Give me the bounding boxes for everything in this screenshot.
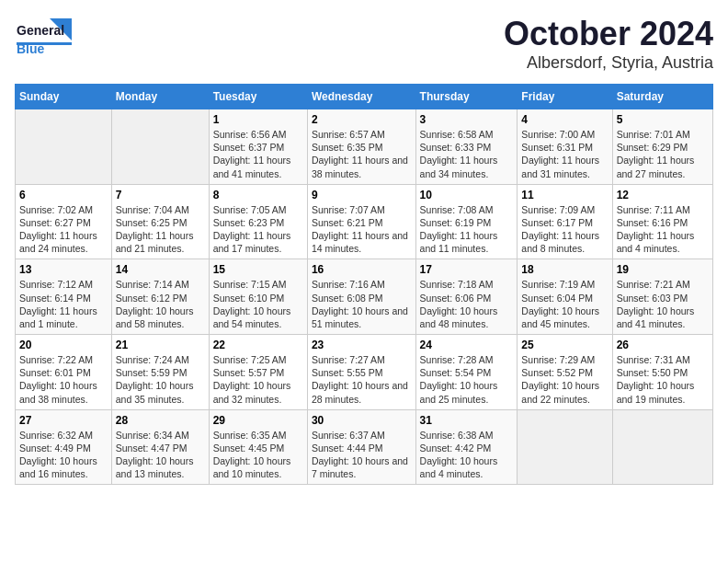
calendar-cell: 15Sunrise: 7:15 AMSunset: 6:10 PMDayligh… bbox=[209, 259, 307, 335]
page-header: General Blue October 2024 Albersdorf, St… bbox=[15, 15, 713, 73]
day-number: 6 bbox=[19, 189, 108, 201]
calendar-cell: 19Sunrise: 7:21 AMSunset: 6:03 PMDayligh… bbox=[612, 259, 712, 335]
day-number: 5 bbox=[617, 113, 709, 126]
calendar-cell: 14Sunrise: 7:14 AMSunset: 6:12 PMDayligh… bbox=[111, 259, 209, 335]
calendar-cell: 12Sunrise: 7:11 AMSunset: 6:16 PMDayligh… bbox=[612, 184, 712, 259]
day-number: 18 bbox=[521, 263, 608, 276]
calendar-cell: 4Sunrise: 7:00 AMSunset: 6:31 PMDaylight… bbox=[518, 109, 612, 185]
day-info: Sunrise: 7:16 AMSunset: 6:08 PMDaylight:… bbox=[312, 278, 412, 330]
calendar-cell bbox=[16, 109, 112, 185]
calendar-cell: 16Sunrise: 7:16 AMSunset: 6:08 PMDayligh… bbox=[307, 259, 415, 335]
weekday-row: SundayMondayTuesdayWednesdayThursdayFrid… bbox=[16, 85, 713, 109]
day-info: Sunrise: 6:56 AMSunset: 6:37 PMDaylight:… bbox=[213, 128, 303, 180]
calendar-cell: 9Sunrise: 7:07 AMSunset: 6:21 PMDaylight… bbox=[307, 184, 415, 259]
weekday-header: Saturday bbox=[612, 85, 712, 109]
calendar-cell: 21Sunrise: 7:24 AMSunset: 5:59 PMDayligh… bbox=[111, 335, 209, 410]
calendar-body: 1Sunrise: 6:56 AMSunset: 6:37 PMDaylight… bbox=[16, 109, 713, 485]
day-info: Sunrise: 6:35 AMSunset: 4:45 PMDaylight:… bbox=[213, 429, 303, 481]
day-info: Sunrise: 7:27 AMSunset: 5:55 PMDaylight:… bbox=[312, 353, 412, 406]
day-info: Sunrise: 6:32 AMSunset: 4:49 PMDaylight:… bbox=[19, 429, 108, 481]
calendar-week-row: 13Sunrise: 7:12 AMSunset: 6:14 PMDayligh… bbox=[16, 259, 713, 335]
day-number: 3 bbox=[420, 113, 514, 126]
calendar-header: SundayMondayTuesdayWednesdayThursdayFrid… bbox=[16, 85, 713, 109]
calendar-cell: 11Sunrise: 7:09 AMSunset: 6:17 PMDayligh… bbox=[518, 184, 612, 259]
weekday-header: Tuesday bbox=[209, 85, 307, 109]
day-number: 30 bbox=[312, 414, 412, 427]
day-info: Sunrise: 7:12 AMSunset: 6:14 PMDaylight:… bbox=[19, 278, 108, 330]
day-info: Sunrise: 7:28 AMSunset: 5:54 PMDaylight:… bbox=[420, 353, 514, 406]
day-number: 13 bbox=[19, 263, 108, 276]
page-title: October 2024 bbox=[504, 15, 713, 53]
calendar-week-row: 6Sunrise: 7:02 AMSunset: 6:27 PMDaylight… bbox=[16, 184, 713, 259]
day-number: 16 bbox=[312, 263, 412, 276]
calendar-cell: 25Sunrise: 7:29 AMSunset: 5:52 PMDayligh… bbox=[518, 335, 612, 410]
day-info: Sunrise: 7:08 AMSunset: 6:19 PMDaylight:… bbox=[420, 203, 514, 256]
calendar-cell: 22Sunrise: 7:25 AMSunset: 5:57 PMDayligh… bbox=[209, 335, 307, 410]
calendar-cell bbox=[612, 409, 712, 485]
day-info: Sunrise: 7:29 AMSunset: 5:52 PMDaylight:… bbox=[521, 353, 608, 406]
day-info: Sunrise: 7:25 AMSunset: 5:57 PMDaylight:… bbox=[213, 353, 303, 406]
day-info: Sunrise: 7:22 AMSunset: 6:01 PMDaylight:… bbox=[19, 353, 108, 406]
calendar-cell: 29Sunrise: 6:35 AMSunset: 4:45 PMDayligh… bbox=[209, 409, 307, 485]
title-area: October 2024 Albersdorf, Styria, Austria bbox=[504, 15, 713, 73]
page-subtitle: Albersdorf, Styria, Austria bbox=[504, 53, 713, 73]
day-info: Sunrise: 7:11 AMSunset: 6:16 PMDaylight:… bbox=[617, 203, 709, 256]
calendar-week-row: 27Sunrise: 6:32 AMSunset: 4:49 PMDayligh… bbox=[16, 409, 713, 485]
calendar-cell: 24Sunrise: 7:28 AMSunset: 5:54 PMDayligh… bbox=[415, 335, 518, 410]
day-number: 20 bbox=[19, 339, 108, 351]
day-number: 27 bbox=[19, 414, 108, 427]
calendar-cell: 2Sunrise: 6:57 AMSunset: 6:35 PMDaylight… bbox=[307, 109, 415, 185]
day-info: Sunrise: 7:07 AMSunset: 6:21 PMDaylight:… bbox=[312, 203, 412, 256]
day-number: 1 bbox=[213, 113, 303, 126]
day-info: Sunrise: 7:05 AMSunset: 6:23 PMDaylight:… bbox=[213, 203, 303, 256]
day-info: Sunrise: 6:58 AMSunset: 6:33 PMDaylight:… bbox=[420, 128, 514, 180]
day-info: Sunrise: 7:01 AMSunset: 6:29 PMDaylight:… bbox=[617, 128, 709, 180]
calendar-cell: 1Sunrise: 6:56 AMSunset: 6:37 PMDaylight… bbox=[209, 109, 307, 185]
day-number: 9 bbox=[312, 189, 412, 201]
svg-text:Blue: Blue bbox=[17, 41, 45, 56]
day-info: Sunrise: 6:34 AMSunset: 4:47 PMDaylight:… bbox=[116, 429, 205, 481]
day-info: Sunrise: 7:19 AMSunset: 6:04 PMDaylight:… bbox=[521, 278, 608, 330]
day-info: Sunrise: 7:18 AMSunset: 6:06 PMDaylight:… bbox=[420, 278, 514, 330]
logo-svg: General Blue bbox=[15, 15, 79, 61]
day-info: Sunrise: 6:57 AMSunset: 6:35 PMDaylight:… bbox=[312, 128, 412, 180]
day-number: 21 bbox=[116, 339, 205, 351]
weekday-header: Friday bbox=[518, 85, 612, 109]
day-number: 7 bbox=[116, 189, 205, 201]
calendar-cell: 20Sunrise: 7:22 AMSunset: 6:01 PMDayligh… bbox=[16, 335, 112, 410]
day-number: 23 bbox=[312, 339, 412, 351]
day-number: 22 bbox=[213, 339, 303, 351]
day-number: 19 bbox=[617, 263, 709, 276]
day-info: Sunrise: 6:38 AMSunset: 4:42 PMDaylight:… bbox=[420, 429, 514, 481]
calendar-cell: 27Sunrise: 6:32 AMSunset: 4:49 PMDayligh… bbox=[16, 409, 112, 485]
day-number: 25 bbox=[521, 339, 608, 351]
day-info: Sunrise: 7:14 AMSunset: 6:12 PMDaylight:… bbox=[116, 278, 205, 330]
day-number: 8 bbox=[213, 189, 303, 201]
day-number: 10 bbox=[420, 189, 514, 201]
day-info: Sunrise: 7:31 AMSunset: 5:50 PMDaylight:… bbox=[617, 353, 709, 406]
calendar-week-row: 1Sunrise: 6:56 AMSunset: 6:37 PMDaylight… bbox=[16, 109, 713, 185]
calendar-cell: 8Sunrise: 7:05 AMSunset: 6:23 PMDaylight… bbox=[209, 184, 307, 259]
calendar-cell: 30Sunrise: 6:37 AMSunset: 4:44 PMDayligh… bbox=[307, 409, 415, 485]
day-info: Sunrise: 6:37 AMSunset: 4:44 PMDaylight:… bbox=[312, 429, 412, 481]
calendar-cell: 18Sunrise: 7:19 AMSunset: 6:04 PMDayligh… bbox=[518, 259, 612, 335]
day-number: 17 bbox=[420, 263, 514, 276]
day-info: Sunrise: 7:15 AMSunset: 6:10 PMDaylight:… bbox=[213, 278, 303, 330]
calendar-cell: 26Sunrise: 7:31 AMSunset: 5:50 PMDayligh… bbox=[612, 335, 712, 410]
calendar-cell bbox=[111, 109, 209, 185]
day-info: Sunrise: 7:04 AMSunset: 6:25 PMDaylight:… bbox=[116, 203, 205, 256]
calendar-cell: 5Sunrise: 7:01 AMSunset: 6:29 PMDaylight… bbox=[612, 109, 712, 185]
calendar-cell: 17Sunrise: 7:18 AMSunset: 6:06 PMDayligh… bbox=[415, 259, 518, 335]
calendar-cell: 7Sunrise: 7:04 AMSunset: 6:25 PMDaylight… bbox=[111, 184, 209, 259]
calendar-cell: 13Sunrise: 7:12 AMSunset: 6:14 PMDayligh… bbox=[16, 259, 112, 335]
day-number: 31 bbox=[420, 414, 514, 427]
calendar-week-row: 20Sunrise: 7:22 AMSunset: 6:01 PMDayligh… bbox=[16, 335, 713, 410]
calendar-cell bbox=[518, 409, 612, 485]
day-info: Sunrise: 7:24 AMSunset: 5:59 PMDaylight:… bbox=[116, 353, 205, 406]
logo: General Blue bbox=[15, 15, 79, 61]
day-number: 4 bbox=[521, 113, 608, 126]
weekday-header: Wednesday bbox=[307, 85, 415, 109]
day-info: Sunrise: 7:02 AMSunset: 6:27 PMDaylight:… bbox=[19, 203, 108, 256]
day-number: 26 bbox=[617, 339, 709, 351]
calendar-cell: 6Sunrise: 7:02 AMSunset: 6:27 PMDaylight… bbox=[16, 184, 112, 259]
